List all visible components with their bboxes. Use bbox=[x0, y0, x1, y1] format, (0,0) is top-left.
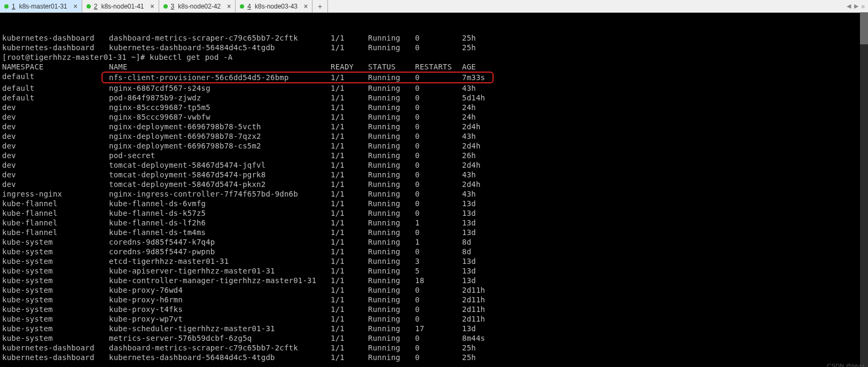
table-row: devnginx-deployment-6696798b78-cs5m21/1R… bbox=[2, 141, 866, 151]
cell-namespace: kube-system bbox=[2, 256, 109, 266]
cell-restarts: 0 bbox=[415, 179, 462, 189]
table-row: devnginx-deployment-6696798b78-5vcth1/1R… bbox=[2, 122, 866, 131]
cell-namespace: dev bbox=[2, 131, 109, 141]
cell-status: STATUS bbox=[368, 62, 415, 72]
cell-name: nginx-6867cdf567-s24sg bbox=[109, 83, 331, 93]
add-tab-button[interactable]: + bbox=[312, 0, 328, 12]
cell-namespace: kube-flannel bbox=[2, 208, 109, 218]
close-icon[interactable]: × bbox=[304, 3, 308, 10]
tab-k8s-master01-31[interactable]: 1k8s-master01-31× bbox=[0, 0, 82, 12]
cell-status: Running bbox=[368, 343, 415, 353]
cell-age: 13d bbox=[462, 208, 476, 218]
cell-restarts: 0 bbox=[415, 295, 462, 304]
cell-ready: 1/1 bbox=[331, 247, 368, 256]
cell-namespace: kube-flannel bbox=[2, 199, 109, 208]
cell-restarts: 0 bbox=[415, 228, 462, 237]
cell-ready: 1/1 bbox=[331, 141, 368, 151]
cell-age: 24h bbox=[462, 103, 476, 112]
cell-name: nginx-85ccc99687-vwbfw bbox=[109, 112, 331, 122]
cell-name: nginx-ingress-controller-7f74f657bd-9dn6… bbox=[109, 189, 331, 199]
cell-restarts: 18 bbox=[415, 276, 462, 285]
nav-menu-icon[interactable]: ≡ bbox=[862, 3, 865, 10]
cell-status: Running bbox=[368, 170, 415, 179]
close-icon[interactable]: × bbox=[151, 3, 154, 10]
cell-status: Running bbox=[368, 43, 415, 52]
cell-ready: 1/1 bbox=[331, 228, 368, 237]
terminal-output[interactable]: kubernetes-dashboarddashboard-metrics-sc… bbox=[0, 13, 868, 367]
cell-age: 2d4h bbox=[462, 122, 481, 131]
cell-namespace: default bbox=[2, 83, 109, 93]
cell-status: Running bbox=[368, 237, 415, 247]
table-row: ingress-nginxnginx-ingress-controller-7f… bbox=[2, 189, 866, 199]
cell-name: dashboard-metrics-scraper-c79c65bb7-2cft… bbox=[109, 343, 331, 353]
cell-status: Running bbox=[368, 208, 415, 218]
cell-age: 8d bbox=[462, 247, 471, 256]
cell-restarts: 0 bbox=[415, 151, 462, 160]
cell-status: Running bbox=[368, 304, 415, 314]
cell-ready: 1/1 bbox=[331, 218, 368, 228]
cell-restarts: 0 bbox=[415, 353, 462, 362]
cell-age: 24h bbox=[462, 112, 476, 122]
cell-name: tomcat-deployment-58467d5474-jqfvl bbox=[109, 160, 331, 170]
cell-namespace: NAMESPACE bbox=[2, 62, 109, 72]
cell-status: Running bbox=[368, 353, 415, 362]
cell-status: Running bbox=[368, 103, 415, 112]
cell-restarts: 0 bbox=[415, 141, 462, 151]
cell-restarts: 17 bbox=[415, 324, 462, 333]
cell-name: kube-proxy-t4fks bbox=[109, 304, 331, 314]
nav-left-icon[interactable]: ◀ bbox=[847, 3, 851, 10]
cell-age: 13d bbox=[462, 218, 476, 228]
cell-namespace: kube-system bbox=[2, 247, 109, 256]
cell-age: 43h bbox=[462, 83, 476, 93]
table-row: devnginx-85ccc99687-tp5m51/1Running024h bbox=[2, 103, 866, 112]
cell-ready: 1/1 bbox=[331, 112, 368, 122]
cell-ready: 1/1 bbox=[331, 93, 368, 103]
cell-namespace: kube-system bbox=[2, 304, 109, 314]
status-dot-icon bbox=[87, 4, 91, 9]
cell-age: 13d bbox=[462, 256, 476, 266]
cell-status: Running bbox=[368, 324, 415, 333]
tab-k8s-node03-43[interactable]: 4k8s-node03-43× bbox=[236, 0, 312, 12]
cell-status: Running bbox=[368, 276, 415, 285]
cell-ready: 1/1 bbox=[331, 189, 368, 199]
cell-namespace: kube-flannel bbox=[2, 218, 109, 228]
close-icon[interactable]: × bbox=[74, 3, 77, 10]
cell-age: AGE bbox=[462, 62, 476, 72]
cell-status: Running bbox=[368, 228, 415, 237]
cell-restarts: 0 bbox=[415, 189, 462, 199]
cell-ready: 1/1 bbox=[331, 237, 368, 247]
cell-restarts: 0 bbox=[415, 103, 462, 112]
cell-status: Running bbox=[368, 247, 415, 256]
cell-ready: 1/1 bbox=[331, 256, 368, 266]
cell-restarts: 0 bbox=[415, 304, 462, 314]
tab-k8s-node02-42[interactable]: 3k8s-node02-42× bbox=[159, 0, 236, 12]
cell-namespace: dev bbox=[2, 179, 109, 189]
cell-namespace: kube-system bbox=[2, 285, 109, 295]
cell-ready: 1/1 bbox=[331, 131, 368, 141]
cell-ready: 1/1 bbox=[331, 285, 368, 295]
status-dot-icon bbox=[4, 4, 9, 9]
cell-name: tomcat-deployment-58467d5474-pgrk8 bbox=[109, 170, 331, 179]
close-icon[interactable]: × bbox=[227, 3, 231, 10]
cell-name: nginx-85ccc99687-tp5m5 bbox=[109, 103, 331, 112]
cell-namespace: default bbox=[2, 72, 109, 83]
cell-namespace: kube-system bbox=[2, 333, 109, 343]
cell-namespace: dev bbox=[2, 141, 109, 151]
cell-name: kubernetes-dashboard-56484d4c5-4tgdb bbox=[109, 43, 331, 52]
cell-namespace: kube-system bbox=[2, 276, 109, 285]
cell-age: 7m33s bbox=[462, 73, 492, 82]
status-dot-icon bbox=[240, 4, 244, 9]
cell-name: kube-scheduler-tigerhhzz-master01-31 bbox=[109, 324, 331, 333]
table-row: devnginx-85ccc99687-vwbfw1/1Running024h bbox=[2, 112, 866, 122]
cell-restarts: 0 bbox=[415, 208, 462, 218]
cell-restarts: 3 bbox=[415, 256, 462, 266]
cell-ready: READY bbox=[331, 62, 368, 72]
nav-right-icon[interactable]: ▶ bbox=[854, 3, 858, 10]
tab-k8s-node01-41[interactable]: 2k8s-node01-41× bbox=[82, 0, 159, 12]
cell-namespace: kube-system bbox=[2, 237, 109, 247]
cell-status: Running bbox=[368, 199, 415, 208]
table-row: kube-systemcoredns-9d85f5447-k7q4p1/1Run… bbox=[2, 237, 866, 247]
cell-status: Running bbox=[368, 295, 415, 304]
tab-index: 2 bbox=[94, 3, 98, 10]
cell-restarts: 0 bbox=[415, 199, 462, 208]
